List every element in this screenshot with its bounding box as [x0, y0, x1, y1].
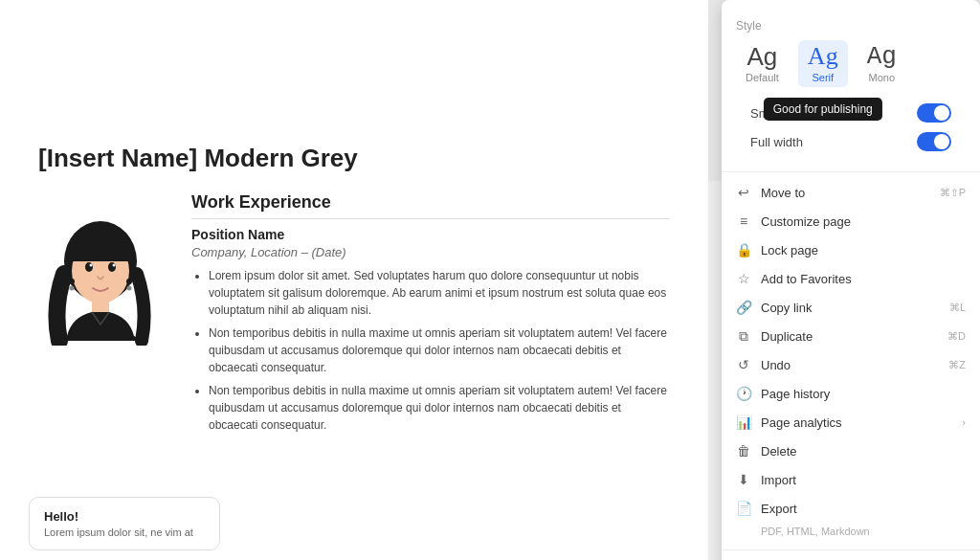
- page-title: [Insert Name] Modern Grey: [38, 144, 670, 173]
- svg-point-7: [69, 279, 75, 284]
- font-letter-mono: Ag: [867, 44, 897, 69]
- menu-item-import[interactable]: ⬇ Import: [722, 465, 980, 494]
- avatar-section: Work Experience Position Name Company, L…: [38, 192, 670, 439]
- bullet-item-3: Non temporibus debitis in nulla maxime u…: [209, 382, 670, 434]
- svg-point-10: [127, 286, 132, 291]
- full-width-row: Full width: [736, 127, 966, 156]
- divider-1: [722, 171, 980, 172]
- import-icon: ⬇: [736, 472, 751, 487]
- menu-label-lock-page: Lock page: [761, 243, 966, 258]
- page-analytics-icon: 📊: [736, 414, 751, 430]
- svg-point-9: [126, 279, 132, 284]
- font-options: Ag Default Ag Serif Good for publishing …: [736, 40, 966, 87]
- menu-label-customize-page: Customize page: [761, 214, 966, 229]
- menu-item-undo[interactable]: ↺ Undo ⌘Z: [722, 350, 980, 379]
- menu-label-copy-link: Copy link: [761, 301, 940, 315]
- customize-page-icon: ≡: [736, 213, 751, 229]
- menu-item-copy-link[interactable]: 🔗 Copy link ⌘L: [722, 293, 980, 322]
- export-sub: PDF, HTML, Markdown: [736, 526, 870, 537]
- full-width-toggle[interactable]: [917, 132, 951, 151]
- menu-item-move-to[interactable]: ↩ Move to ⌘⇧P: [722, 178, 980, 207]
- page-history-icon: 🕐: [736, 386, 751, 401]
- menu-item-duplicate[interactable]: ⧉ Duplicate ⌘D: [722, 322, 980, 350]
- chat-bubble: Hello! Lorem ipsum dolor sit, ne vim at: [29, 497, 220, 550]
- delete-icon: 🗑: [736, 443, 751, 459]
- style-section: Style Ag Default Ag Serif Good for publi…: [722, 14, 980, 166]
- menu-label-page-history: Page history: [761, 387, 966, 401]
- avatar: [38, 192, 163, 346]
- work-section-title: Work Experience: [191, 192, 670, 219]
- menu-item-page-analytics[interactable]: 📊 Page analytics ›: [722, 408, 980, 437]
- svg-point-3: [85, 262, 93, 272]
- menu-item-lock-page[interactable]: 🔒 Lock page: [722, 235, 980, 264]
- copy-link-icon: 🔗: [736, 300, 751, 315]
- svg-point-6: [113, 264, 116, 267]
- menu-item-page-history[interactable]: 🕐 Page history: [722, 379, 980, 408]
- small-text-toggle[interactable]: [917, 103, 951, 123]
- font-option-default[interactable]: Ag Default: [736, 40, 789, 87]
- lock-page-icon: 🔒: [736, 242, 751, 258]
- menu-label-export: Export: [761, 502, 966, 516]
- font-name-default: Default: [746, 72, 779, 83]
- svg-point-8: [70, 286, 75, 291]
- export-icon: 📄: [736, 501, 751, 516]
- position-name: Position Name: [191, 227, 670, 242]
- work-section: Work Experience Position Name Company, L…: [191, 192, 670, 439]
- menu-item-delete[interactable]: 🗑 Delete: [722, 437, 980, 465]
- font-option-mono[interactable]: Ag Mono: [858, 40, 906, 87]
- sidebar-card: Style Ag Default Ag Serif Good for publi…: [722, 0, 980, 560]
- font-option-serif[interactable]: Ag Serif Good for publishing: [798, 40, 848, 87]
- copy-link-shortcut: ⌘L: [949, 302, 966, 314]
- font-name-serif: Serif: [812, 72, 834, 83]
- company-info: Company, Location – (Date): [191, 245, 670, 259]
- bullet-item-2: Non temporibus debitis in nulla maxime u…: [209, 325, 670, 376]
- connections-section: Connections + Add connections ›: [722, 556, 980, 560]
- svg-point-5: [90, 264, 93, 267]
- main-content: [Insert Name] Modern Grey: [0, 0, 980, 560]
- font-name-mono: Mono: [868, 72, 895, 83]
- move-to-shortcut: ⌘⇧P: [940, 187, 966, 199]
- font-letter-serif: Ag: [808, 44, 838, 69]
- menu-label-undo: Undo: [761, 358, 939, 372]
- page-analytics-arrow: ›: [962, 416, 966, 428]
- undo-icon: ↺: [736, 357, 751, 372]
- style-section-label: Style: [736, 19, 966, 33]
- menu-item-add-favorites[interactable]: ☆ Add to Favorites: [722, 264, 980, 293]
- duplicate-shortcut: ⌘D: [947, 330, 966, 343]
- bullet-item-1: Lorem ipsum dolor sit amet. Sed voluptat…: [209, 267, 670, 319]
- add-favorites-icon: ☆: [736, 271, 751, 286]
- page-area: [Insert Name] Modern Grey: [0, 0, 708, 560]
- menu-item-customize-page[interactable]: ≡ Customize page: [722, 207, 980, 235]
- divider-2: [722, 549, 980, 550]
- full-width-label: Full width: [750, 135, 803, 149]
- good-for-publishing-tooltip: Good for publishing: [764, 98, 882, 121]
- duplicate-icon: ⧉: [736, 328, 751, 344]
- bullet-list: Lorem ipsum dolor sit amet. Sed voluptat…: [191, 267, 670, 434]
- menu-item-export[interactable]: 📄 Export PDF, HTML, Markdown: [722, 494, 980, 544]
- undo-shortcut: ⌘Z: [948, 359, 966, 371]
- menu-label-delete: Delete: [761, 444, 966, 459]
- menu-label-add-favorites: Add to Favorites: [761, 272, 966, 286]
- move-to-icon: ↩: [736, 185, 751, 200]
- chat-text: Lorem ipsum dolor sit, ne vim at: [44, 526, 205, 538]
- font-letter-default: Ag: [747, 44, 778, 69]
- chat-title: Hello!: [44, 509, 205, 524]
- menu-label-import: Import: [761, 473, 966, 487]
- menu-label-duplicate: Duplicate: [761, 329, 938, 344]
- menu-label-move-to: Move to: [761, 186, 930, 200]
- menu-label-page-analytics: Page analytics: [761, 415, 952, 430]
- svg-point-4: [108, 262, 116, 272]
